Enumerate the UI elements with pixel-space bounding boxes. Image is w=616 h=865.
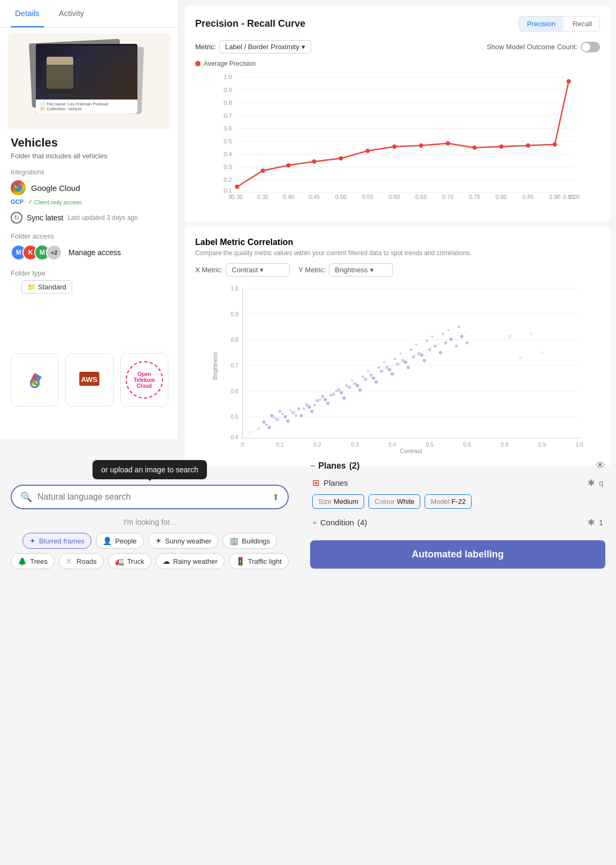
eye-icon[interactable]: 👁	[596, 460, 605, 471]
filter-letter: q	[599, 479, 603, 487]
model-count: Show Model Outcome Count:	[487, 42, 600, 52]
sync-icon[interactable]: ↻	[11, 212, 22, 224]
svg-point-100	[343, 396, 346, 400]
pr-controls: Metric: Label / Border Proximity ▾ Show …	[195, 40, 600, 53]
chip-sunny-weather[interactable]: ☀ Sunny weather	[148, 533, 219, 549]
svg-text:0.80: 0.80	[496, 194, 507, 200]
manage-access-button[interactable]: Manage access	[68, 248, 121, 257]
sync-label[interactable]: Sync latest	[27, 213, 63, 222]
chip-people[interactable]: 👤 People	[96, 533, 143, 549]
chip-traffic-light[interactable]: 🚦 Traffic light	[229, 553, 289, 569]
y-metric-select[interactable]: Brightness ▾	[329, 263, 393, 277]
svg-point-82	[271, 414, 274, 417]
search-bar[interactable]: 🔍 ⬆	[11, 485, 289, 509]
svg-point-121	[428, 348, 432, 351]
tab-activity[interactable]: Activity	[55, 0, 89, 27]
svg-point-129	[466, 341, 469, 345]
svg-point-153	[448, 329, 450, 331]
chip-roads[interactable]: ⛌ Roads	[59, 553, 104, 569]
planes-panel: − Planes (2) 👁 ⊞ Planes ✱ q Size Medium …	[299, 449, 616, 579]
svg-text:0.55: 0.55	[362, 194, 373, 200]
svg-text:0.45: 0.45	[309, 194, 320, 200]
svg-point-110	[372, 377, 375, 380]
lmc-controls: X Metric: Contrast ▾ Y Metric: Brightnes…	[195, 263, 600, 277]
svg-point-112	[391, 372, 394, 376]
chip-rainy-weather[interactable]: ☁ Rainy weather	[156, 553, 225, 569]
upload-icon[interactable]: ⬆	[272, 492, 279, 502]
recall-button[interactable]: Recall	[565, 17, 599, 31]
y-metric-value: Brightness	[335, 266, 367, 274]
precision-button[interactable]: Precision	[519, 17, 563, 31]
metric-dropdown[interactable]: Label / Border Proximity ▾	[219, 40, 311, 53]
y-metric-control: Y Metric: Brightness ▾	[298, 263, 393, 277]
svg-point-136	[314, 404, 316, 406]
chip-label: People	[115, 537, 136, 545]
svg-point-104	[359, 388, 362, 392]
aws-logo-svg: AWS	[73, 369, 105, 391]
svg-point-44	[339, 156, 343, 160]
scatter-plot-container: 1.0 0.9 0.8 0.7 0.6 0.5 0.4 0 0.1 0.2 0.…	[195, 283, 600, 456]
people-icon: 👤	[103, 537, 112, 545]
chart-legend: Average Precision	[195, 60, 600, 67]
chevron-down-icon: ▾	[370, 266, 374, 274]
filter-chip-model[interactable]: Model F-22	[425, 494, 472, 509]
svg-text:0.2: 0.2	[224, 177, 232, 183]
rainy-icon: ☁	[163, 557, 170, 565]
svg-text:0.75: 0.75	[469, 194, 480, 200]
avatar-group: M K M +2	[11, 244, 58, 261]
model-count-label: Show Model Outcome Count:	[487, 43, 578, 51]
filter-chip-size[interactable]: Size Medium	[312, 494, 364, 509]
svg-text:1.0: 1.0	[224, 74, 232, 80]
chip-label: Buildings	[242, 537, 270, 545]
tab-details[interactable]: Details	[11, 0, 44, 27]
svg-point-131	[274, 417, 276, 419]
svg-text:0.5: 0.5	[231, 414, 238, 420]
access-row: M K M +2 Manage access	[0, 244, 179, 261]
svg-point-158	[541, 351, 544, 354]
svg-point-132	[282, 413, 284, 415]
folder-icon: 📁	[27, 283, 36, 291]
auto-label-button[interactable]: Automated labelling	[310, 540, 605, 569]
chip-truck[interactable]: 🚛 Truck	[108, 553, 151, 569]
filter-chip-colour[interactable]: Colour White	[368, 494, 420, 509]
otc-logo-card[interactable]: Open Telekom Cloud	[120, 353, 168, 407]
svg-text:0.85: 0.85	[522, 194, 534, 200]
chip-blurred-frames[interactable]: ✦ Blurred frames	[22, 533, 91, 549]
chip-buildings[interactable]: 🏢 Buildings	[222, 533, 277, 549]
chip-trees[interactable]: 🌲 Trees	[11, 553, 55, 569]
tooltip-wrapper: or upload an image to search	[11, 460, 289, 479]
integrations-label: Integrations	[0, 169, 179, 176]
pr-chart-container: Precision - Recall Curve Precision Recal…	[184, 5, 611, 221]
logos-section: AWS Open Telekom Cloud	[0, 342, 179, 417]
svg-text:0.50: 0.50	[335, 194, 346, 200]
svg-point-40	[235, 185, 240, 189]
x-metric-select[interactable]: Contrast ▾	[226, 263, 290, 277]
legend-dot	[195, 61, 201, 66]
x-metric-label: X Metric:	[195, 266, 222, 274]
aws-logo-card[interactable]: AWS	[65, 353, 113, 407]
svg-text:AWS: AWS	[81, 376, 98, 384]
magic-icon[interactable]: ✱	[588, 478, 595, 488]
svg-point-125	[444, 341, 448, 345]
colour-value: White	[397, 497, 414, 506]
toggle-switch[interactable]	[581, 42, 600, 52]
svg-point-94	[308, 405, 311, 409]
size-value: Medium	[334, 497, 358, 506]
chip-label: Roads	[76, 557, 97, 565]
gcp-logo-card[interactable]	[11, 353, 59, 407]
model-value: F-22	[451, 497, 466, 506]
plus-icon[interactable]: +	[312, 518, 317, 527]
svg-text:0.1: 0.1	[224, 187, 232, 194]
badge-row: GCP ✓ Client-only access	[0, 198, 179, 205]
lmc-container: Label Metric Correlation Compare the qua…	[184, 227, 611, 467]
search-input[interactable]	[37, 492, 267, 502]
collapse-icon[interactable]: −	[310, 461, 315, 471]
svg-point-114	[388, 368, 391, 371]
svg-point-120	[423, 359, 426, 362]
svg-point-116	[407, 366, 410, 369]
lmc-title: Label Metric Correlation	[195, 238, 600, 247]
scatter-plot-svg: 1.0 0.9 0.8 0.7 0.6 0.5 0.4 0 0.1 0.2 0.…	[195, 283, 600, 454]
condition-magic-icon[interactable]: ✱	[588, 517, 595, 527]
svg-point-46	[392, 144, 397, 149]
svg-point-92	[311, 410, 314, 413]
